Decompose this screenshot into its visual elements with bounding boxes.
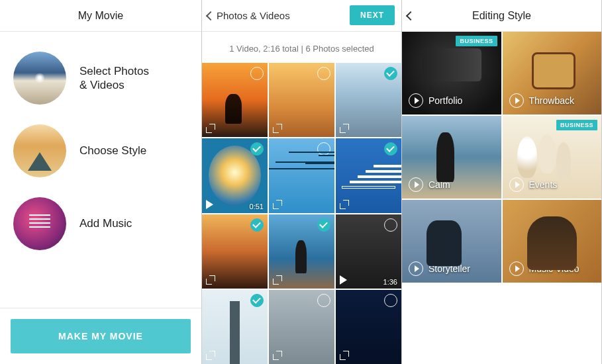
style-label: Throwback — [529, 95, 574, 106]
media-cell[interactable] — [269, 214, 334, 289]
business-badge: BUSINESS — [456, 36, 497, 46]
style-throwback[interactable]: Throwback — [503, 32, 602, 114]
screen-editing-style: Editing Style BUSINESS Portfolio Throwba… — [402, 0, 602, 364]
style-label-row: Calm — [409, 177, 450, 192]
header: Photos & Videos NEXT — [202, 0, 401, 32]
expand-icon — [273, 351, 282, 360]
style-grid: BUSINESS Portfolio Throwback Calm BUSINE… — [402, 32, 601, 364]
media-cell[interactable] — [202, 290, 268, 364]
play-circle-icon — [409, 177, 423, 192]
video-thumb-icon — [209, 146, 261, 205]
style-label-row: Throwback — [509, 93, 574, 108]
style-label: Events — [529, 179, 558, 190]
select-toggle-icon[interactable] — [250, 142, 264, 156]
header: My Movie — [0, 0, 201, 32]
select-toggle-icon[interactable] — [384, 218, 397, 232]
expand-icon — [340, 124, 349, 133]
media-cell[interactable] — [202, 63, 268, 137]
play-icon — [206, 200, 213, 209]
selection-summary: 1 Video, 2:16 total | 6 Photos selected — [202, 32, 401, 63]
chevron-left-icon — [406, 11, 415, 20]
media-cell[interactable] — [269, 63, 334, 137]
page-title: Editing Style — [472, 10, 531, 22]
select-toggle-icon[interactable] — [317, 67, 330, 80]
page-title: My Movie — [78, 10, 123, 22]
select-toggle-icon[interactable] — [384, 294, 397, 307]
expand-icon — [340, 200, 349, 209]
select-toggle-icon[interactable] — [250, 218, 264, 232]
next-button[interactable]: NEXT — [350, 5, 395, 25]
select-toggle-icon[interactable] — [384, 142, 397, 156]
style-label: Storyteller — [428, 263, 470, 274]
media-cell[interactable] — [269, 138, 334, 212]
style-label-row: Events — [509, 177, 558, 192]
media-cell[interactable]: 1:36 — [336, 214, 401, 289]
back-button[interactable] — [407, 0, 417, 31]
media-cell[interactable] — [336, 63, 401, 137]
play-circle-icon — [409, 261, 423, 276]
style-label-row: Music Video — [509, 261, 579, 276]
business-badge: BUSINESS — [556, 120, 597, 130]
style-storyteller[interactable]: Storyteller — [402, 200, 501, 283]
step-label: Select Photos & Videos — [79, 64, 149, 93]
expand-icon — [273, 200, 282, 209]
steps-list: Select Photos & Videos Choose Style Add … — [0, 32, 201, 308]
select-toggle-icon[interactable] — [250, 294, 264, 307]
style-label-row: Storyteller — [409, 261, 470, 276]
style-label: Calm — [428, 179, 450, 190]
screen-my-movie: My Movie Select Photos & Videos Choose S… — [0, 0, 202, 364]
style-portfolio[interactable]: BUSINESS Portfolio — [402, 32, 501, 114]
expand-icon — [206, 124, 215, 133]
media-cell[interactable]: 0:51 — [202, 138, 268, 212]
step-label: Add Music — [79, 216, 132, 230]
select-toggle-icon[interactable] — [384, 67, 397, 80]
media-grid: 0:51 1:36 — [202, 63, 401, 364]
play-icon — [340, 275, 347, 285]
step-select-photos[interactable]: Select Photos & Videos — [13, 52, 188, 105]
screen-photos-videos: Photos & Videos NEXT 1 Video, 2:16 total… — [202, 0, 402, 364]
style-label: Portfolio — [428, 95, 462, 106]
step-add-music[interactable]: Add Music — [13, 197, 188, 250]
step-label: Choose Style — [79, 144, 146, 158]
play-circle-icon — [509, 93, 524, 108]
style-thumb-icon — [13, 124, 66, 177]
expand-icon — [340, 351, 349, 360]
music-thumb-icon — [13, 197, 66, 250]
expand-icon — [206, 351, 215, 360]
media-cell[interactable] — [336, 138, 401, 212]
video-duration: 1:36 — [383, 278, 397, 286]
style-events[interactable]: BUSINESS Events — [503, 116, 602, 199]
style-music-video[interactable]: Music Video — [503, 200, 602, 283]
back-label: Photos & Videos — [217, 10, 290, 21]
media-cell[interactable] — [336, 290, 401, 364]
footer: MAKE MY MOVIE — [0, 308, 201, 364]
expand-icon — [273, 275, 282, 285]
style-label: Music Video — [529, 263, 579, 274]
play-circle-icon — [409, 93, 423, 108]
back-button[interactable]: Photos & Videos — [207, 0, 290, 31]
style-calm[interactable]: Calm — [402, 116, 501, 199]
expand-icon — [273, 124, 282, 133]
header: Editing Style — [402, 0, 601, 32]
select-toggle-icon[interactable] — [317, 142, 330, 156]
select-toggle-icon[interactable] — [250, 67, 264, 80]
make-movie-button[interactable]: MAKE MY MOVIE — [11, 319, 191, 353]
play-circle-icon — [509, 177, 524, 192]
step-choose-style[interactable]: Choose Style — [13, 124, 188, 177]
select-toggle-icon[interactable] — [317, 218, 330, 232]
photos-thumb-icon — [13, 52, 66, 105]
expand-icon — [206, 275, 215, 285]
style-label-row: Portfolio — [409, 93, 462, 108]
play-circle-icon — [509, 261, 524, 276]
select-toggle-icon[interactable] — [317, 294, 330, 307]
media-cell[interactable] — [202, 214, 268, 289]
media-cell[interactable] — [269, 290, 334, 364]
video-duration: 0:51 — [250, 203, 264, 210]
chevron-left-icon — [206, 11, 215, 20]
